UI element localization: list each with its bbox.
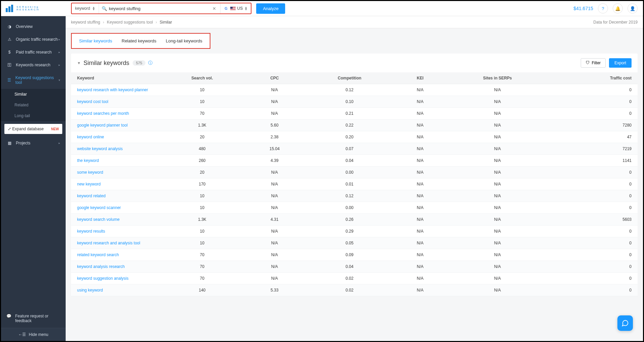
col-competition[interactable]: Competition [303, 72, 396, 84]
keyword-link[interactable]: keyword research and analysis tool [77, 241, 140, 245]
col-trafficcost[interactable]: Traffic cost [550, 72, 638, 84]
sidebar-item-paid[interactable]: $ Paid traffic research ▸ [1, 46, 66, 59]
user-icon[interactable]: 👤 [628, 3, 638, 13]
sidebar-item-organic[interactable]: ⚠ Organic traffic research ▸ [1, 33, 66, 46]
export-button[interactable]: Export [609, 58, 632, 68]
cell-vol: 20 [159, 167, 246, 178]
filter-button[interactable]: ⛉ Filter [581, 58, 606, 68]
google-icon: G [224, 6, 229, 11]
keyword-link[interactable]: google keyword planner tool [77, 123, 128, 128]
keyword-link[interactable]: new keyword [77, 182, 101, 186]
cell-comp: 0.05 [303, 237, 396, 249]
chevron-right-icon: ▸ [59, 38, 60, 41]
cell-vol: 70 [159, 261, 246, 273]
crumb-tool[interactable]: Keyword suggestions tool [107, 20, 153, 25]
cell-sites: N/A [445, 155, 550, 167]
cell-sites: N/A [445, 261, 550, 273]
col-cpc[interactable]: CPC [246, 72, 303, 84]
topbar: keyword ▲▼ 🔍 ✕ G US ▲▼ Analyze $41.6715 [66, 1, 643, 16]
cell-comp: 0.04 [303, 155, 396, 167]
keyword-link[interactable]: keyword cost tool [77, 99, 108, 104]
keyword-link[interactable]: keyword online [77, 135, 104, 139]
sidebar: SERankingRESEARCH ◑ Overview ⚠ Organic t… [1, 1, 66, 341]
cell-comp: 0.07 [303, 143, 396, 155]
cell-cpc: N/A [246, 237, 303, 249]
sidebar-sub-longtail[interactable]: Long-tail [1, 110, 66, 121]
crumb-keyword[interactable]: keyword stuffing [71, 20, 100, 25]
col-kei[interactable]: KEI [396, 72, 445, 84]
tab-similar[interactable]: Similar keywords [79, 38, 112, 43]
expand-database-button[interactable]: ⤢ Expand database NEW [4, 124, 62, 134]
collapse-caret-icon[interactable]: ▼ [77, 61, 81, 65]
keyword-link[interactable]: keyword search volume [77, 217, 120, 222]
col-sites[interactable]: Sites in SERPs [445, 72, 550, 84]
sidebar-item-keywords[interactable]: ⚿ Keywords research ▸ [1, 59, 66, 71]
col-keyword[interactable]: Keyword [71, 72, 159, 84]
cell-vol: 140 [159, 284, 246, 296]
cell-kei: N/A [396, 249, 445, 261]
table-row: keyword cost tool10N/A0.10N/AN/A0 [71, 96, 638, 108]
cell-vol: 170 [159, 178, 246, 190]
keyword-link[interactable]: keyword results [77, 229, 105, 234]
keyword-link[interactable]: keyword related [77, 194, 106, 198]
cell-sites: N/A [445, 190, 550, 202]
keyword-link[interactable]: website keyword analysis [77, 146, 123, 151]
keyword-link[interactable]: keyword research with keyword planner [77, 88, 148, 92]
col-searchvol[interactable]: Search vol. [159, 72, 246, 84]
keyword-link[interactable]: keyword analysis research [77, 264, 125, 269]
tab-longtail[interactable]: Long-tail keywords [166, 38, 202, 43]
cell-kei: N/A [396, 202, 445, 214]
sidebar-item-suggestions[interactable]: ☰ Keyword suggestions tool ▾ [1, 71, 66, 89]
table-row: keyword related10N/A0.12N/AN/A0 [71, 190, 638, 202]
cell-cpc: 4.31 [246, 214, 303, 226]
keyword-link[interactable]: related keyword search [77, 252, 119, 257]
info-icon[interactable]: ⓘ [148, 60, 152, 66]
sidebar-sub-similar[interactable]: Similar [1, 89, 66, 100]
search-input[interactable] [109, 6, 211, 11]
cell-cost: 0 [550, 284, 638, 296]
cell-cpc: N/A [246, 226, 303, 237]
cell-keyword: website keyword analysis [71, 143, 159, 155]
analyze-button[interactable]: Analyze [256, 3, 285, 14]
bell-icon[interactable]: 🔔 [613, 3, 623, 13]
balance-display[interactable]: $41.6715 [574, 6, 593, 11]
cell-keyword: google keyword scanner [71, 202, 159, 214]
sidebar-sub-related[interactable]: Related [1, 100, 66, 110]
cell-cpc: N/A [246, 167, 303, 178]
table-row: keyword suggestion analysis70N/A0.02N/AN… [71, 273, 638, 284]
topbar-right: $41.6715 ? 🔔 👤 [574, 3, 638, 13]
cell-kei: N/A [396, 84, 445, 96]
help-icon[interactable]: ? [598, 3, 608, 13]
keyword-link[interactable]: some keyword [77, 170, 103, 175]
search-type-select[interactable]: keyword ▲▼ [72, 3, 99, 13]
table-row: using keyword1405.330.02N/AN/A0 [71, 284, 638, 296]
cell-kei: N/A [396, 167, 445, 178]
keyword-link[interactable]: the keyword [77, 158, 99, 163]
cell-keyword: using keyword [71, 284, 159, 296]
keyword-link[interactable]: using keyword [77, 288, 103, 293]
cell-cpc: 4.39 [246, 155, 303, 167]
keyword-link[interactable]: google keyword scanner [77, 205, 121, 210]
keyword-link[interactable]: keyword suggestion analysis [77, 276, 129, 281]
chat-widget[interactable] [617, 315, 633, 331]
region-select[interactable]: G US ▲▼ [220, 3, 251, 13]
cell-kei: N/A [396, 261, 445, 273]
cell-cost: 1141 [550, 155, 638, 167]
table-row: keyword results10N/A0.29N/AN/A0 [71, 226, 638, 237]
keyword-link[interactable]: keyword searches per month [77, 111, 129, 116]
tab-related[interactable]: Related keywords [122, 38, 156, 43]
clear-icon[interactable]: ✕ [211, 6, 217, 11]
cell-cpc: 5.33 [246, 284, 303, 296]
feature-request-link[interactable]: 💬 Feature request or feedback [1, 309, 66, 328]
hide-menu-button[interactable]: ←☰ Hide menu [1, 328, 66, 341]
region-label: US [237, 6, 243, 11]
cell-cpc: N/A [246, 178, 303, 190]
logo[interactable]: SERankingRESEARCH [1, 1, 66, 16]
sidebar-item-projects[interactable]: ▦ Projects ▸ [1, 137, 66, 149]
sidebar-item-overview[interactable]: ◑ Overview [1, 20, 66, 33]
sidebar-item-label: Projects [16, 141, 30, 145]
cell-cost: 47 [550, 131, 638, 143]
cell-comp: 0.02 [303, 284, 396, 296]
cell-vol: 260 [159, 155, 246, 167]
cell-keyword: keyword suggestion analysis [71, 273, 159, 284]
